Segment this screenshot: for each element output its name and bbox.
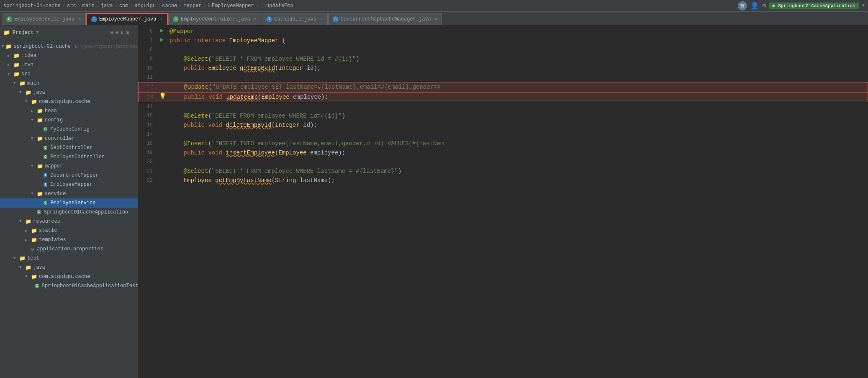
- tree-item-test[interactable]: ▼ 📁 test: [0, 254, 138, 263]
- folder-icon: 📁: [37, 117, 43, 123]
- code-line-11: 11: [138, 73, 868, 82]
- tree-label: main: [27, 80, 39, 86]
- tree-label: service: [45, 191, 66, 197]
- bulb-icon[interactable]: 💡: [159, 93, 166, 100]
- code-line-12: 12 @Update("UPDATE employee SET lastName…: [138, 82, 868, 92]
- line-number: 19: [138, 148, 157, 157]
- tree-item-springbootapp[interactable]: ▶ C Springboot01CacheApplication: [0, 208, 138, 217]
- tree-item-mapper[interactable]: ▼ 📁 mapper: [0, 162, 138, 171]
- java-icon: I: [44, 173, 47, 177]
- breadcrumb-part: java: [101, 3, 113, 9]
- tree-item-testpkg[interactable]: ▼ 📁 com.atguigu.cache: [0, 272, 138, 281]
- code-line-15: 15 @Delete("DELETE FROM employee WHERE i…: [138, 111, 868, 121]
- hide-icon[interactable]: —: [131, 29, 134, 36]
- collapse-icon[interactable]: ≡: [115, 29, 118, 36]
- user-icon[interactable]: 👤: [750, 2, 759, 10]
- line-number: 20: [138, 157, 157, 167]
- tree-root[interactable]: ▼ 📁 springboot-01-cache E:\javaProjects\…: [0, 42, 138, 51]
- locate-icon[interactable]: ⊕: [110, 29, 113, 36]
- folder-icon: 📁: [37, 136, 43, 142]
- close-tab-button[interactable]: ×: [254, 17, 257, 22]
- tree-label: .mvn: [21, 62, 33, 68]
- tree-item-controller[interactable]: ▼ 📁 controller: [0, 134, 138, 143]
- line-content-18: @Insert("INSERT INTO employee(lastName,e…: [167, 139, 868, 148]
- tree-item-tests[interactable]: ▶ C Springboot01CacheApplicationTests: [0, 281, 138, 291]
- tab-employeeservice[interactable]: C EmployeeService.java ×: [2, 13, 86, 25]
- code-area[interactable]: 6 ▶ @Mapper 7 ▶ public interface Employe…: [138, 25, 868, 378]
- tree-item-main[interactable]: ▼ 📁 main: [0, 79, 138, 88]
- tree-label: EmployeeMapper: [50, 182, 92, 188]
- tab-concurrentmap[interactable]: C ConcurrentMapCacheManager.java ×: [328, 13, 442, 25]
- line-content-6: @Mapper: [167, 27, 868, 36]
- tree-label: EmployeeController: [50, 154, 105, 160]
- line-number: 21: [138, 167, 157, 176]
- folder-icon: 📁: [37, 191, 43, 197]
- line-content-21: @Select("SELECT * FROM employee WHERE la…: [167, 167, 868, 176]
- line-number: 14: [138, 102, 157, 111]
- java-icon: C: [44, 155, 47, 159]
- close-tab-button[interactable]: ×: [160, 17, 163, 22]
- code-line-10: 10 public Employee getEmpById(Integer id…: [138, 64, 868, 73]
- tree-item-config[interactable]: ▼ 📁 config: [0, 116, 138, 125]
- code-line-16: 16 public void deleteEmpById(Integer id)…: [138, 121, 868, 130]
- tree-item-departmentmapper[interactable]: ▶ I DepartmentMapper: [0, 171, 138, 180]
- folder-icon: 📁: [31, 237, 37, 243]
- tree-item-appprops[interactable]: ▶ ⚙ application.properties: [0, 244, 138, 254]
- tree-label: bean: [45, 108, 57, 114]
- tree-label: Springboot01CacheApplication: [44, 209, 128, 215]
- tree-item-com-atguigu-cache[interactable]: ▼ 📁 com.atguigu.cache: [0, 97, 138, 106]
- tree-item-idea[interactable]: ▶ 📁 .idea: [0, 51, 138, 60]
- tree-item-service[interactable]: ▼ 📁 service: [0, 189, 138, 198]
- tree-label: application.properties: [37, 246, 103, 252]
- tree-item-static[interactable]: ▶ 📁 static: [0, 226, 138, 235]
- tree-label: com.atguigu.cache: [39, 274, 90, 280]
- tab-icon: I: [266, 16, 272, 22]
- run-icon[interactable]: ▶: [160, 27, 164, 34]
- tree-item-testjava[interactable]: ▼ 📁 java: [0, 263, 138, 272]
- tree-label: EmployeeService: [50, 200, 95, 206]
- line-number: 7: [138, 36, 157, 45]
- gutter-7: ▶: [157, 36, 167, 43]
- java-icon: C: [37, 210, 41, 214]
- dropdown-arrow[interactable]: ▼: [862, 3, 865, 8]
- line-content-16: public void deleteEmpById(Integer id);: [167, 121, 868, 130]
- tab-employeecontroller[interactable]: C EmployeeController.java ×: [168, 13, 261, 25]
- tree-item-bean[interactable]: ▶ 📁 bean: [0, 106, 138, 116]
- line-number: 10: [138, 64, 157, 73]
- breadcrumb-part: springboot-01-cache: [3, 3, 61, 9]
- tree-item-src[interactable]: ▼ 📁 src: [0, 69, 138, 79]
- tree-item-deptcontroller[interactable]: ▶ C DeptController: [0, 143, 138, 152]
- folder-icon: 📁: [31, 228, 37, 234]
- tree-item-templates[interactable]: ▶ 📁 templates: [0, 235, 138, 244]
- tree-label: templates: [39, 237, 66, 243]
- java-icon: C: [44, 146, 47, 150]
- tab-icon: C: [333, 16, 339, 22]
- java-icon: C: [35, 284, 39, 288]
- gear-icon[interactable]: ⚙: [126, 29, 129, 36]
- tab-employeemapper[interactable]: I EmployeeMapper.java ×: [86, 13, 168, 25]
- tree-label: controller: [45, 136, 75, 141]
- tree-item-employeecontroller[interactable]: ▶ C EmployeeController: [0, 152, 138, 162]
- tree-item-mvn[interactable]: ▶ 📁 .mvn: [0, 60, 138, 69]
- tree-item-employeemapper[interactable]: ▶ I EmployeeMapper: [0, 180, 138, 189]
- run-icon[interactable]: ▶: [160, 36, 164, 43]
- code-line-7: 7 ▶ public interface EmployeeMapper {: [138, 36, 868, 45]
- expand-icon[interactable]: ⇅: [121, 29, 124, 36]
- tree-item-resources[interactable]: ▼ 📁 resources: [0, 217, 138, 226]
- code-editor[interactable]: 6 ▶ @Mapper 7 ▶ public interface Employe…: [138, 25, 868, 378]
- breadcrumb-part: atguigu: [135, 3, 156, 9]
- tree-label: springboot-01-cache: [13, 44, 71, 49]
- close-tab-button[interactable]: ×: [320, 17, 323, 22]
- tree-item-java[interactable]: ▼ 📁 java: [0, 88, 138, 97]
- run-config[interactable]: ▶ Springboot01CacheApplication: [769, 3, 859, 9]
- settings-icon[interactable]: ⚙: [762, 2, 765, 9]
- tree-item-employeeservice[interactable]: ▶ C EmployeeService: [0, 198, 138, 208]
- tree-label: test: [27, 255, 39, 261]
- tree-item-mycacheconfig[interactable]: ▶ C MyCacheConfig: [0, 125, 138, 134]
- close-tab-button[interactable]: ×: [435, 17, 438, 22]
- sidebar-title: Project: [13, 30, 33, 36]
- folder-icon: 📁: [37, 163, 43, 170]
- close-tab-button[interactable]: ×: [78, 17, 81, 22]
- tab-cacheable[interactable]: I Cacheable.java ×: [262, 13, 327, 25]
- sidebar-dropdown[interactable]: ▼: [36, 30, 39, 35]
